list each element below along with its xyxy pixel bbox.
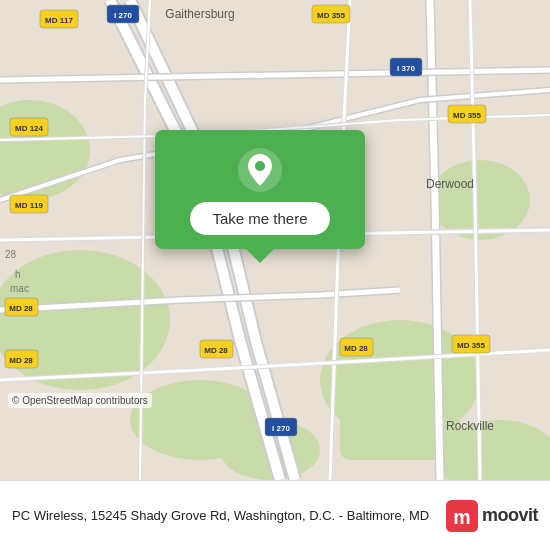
svg-text:MD 124: MD 124 <box>15 124 44 133</box>
map-view: MD 117 MD 124 MD 119 I 270 I 370 MD 355 … <box>0 0 550 480</box>
svg-point-42 <box>255 161 265 171</box>
svg-text:I 370: I 370 <box>397 64 415 73</box>
moovit-logo: m moovit <box>446 500 538 532</box>
svg-text:h: h <box>15 269 21 280</box>
svg-text:MD 355: MD 355 <box>317 11 346 20</box>
svg-text:MD 28: MD 28 <box>9 304 33 313</box>
svg-text:MD 117: MD 117 <box>45 16 74 25</box>
moovit-text: moovit <box>482 505 538 526</box>
location-text-area: PC Wireless, 15245 Shady Grove Rd, Washi… <box>12 506 446 525</box>
location-description: PC Wireless, 15245 Shady Grove Rd, Washi… <box>12 508 429 523</box>
svg-text:mac: mac <box>10 283 29 294</box>
svg-text:28: 28 <box>5 249 17 260</box>
moovit-logo-icon: m <box>446 500 478 532</box>
svg-text:MD 28: MD 28 <box>204 346 228 355</box>
osm-text: © OpenStreetMap contributors <box>12 395 148 406</box>
location-pin-icon <box>238 148 282 192</box>
svg-text:Derwood: Derwood <box>426 177 474 191</box>
svg-text:MD 355: MD 355 <box>453 111 482 120</box>
bottom-bar: PC Wireless, 15245 Shady Grove Rd, Washi… <box>0 480 550 550</box>
svg-text:MD 119: MD 119 <box>15 201 44 210</box>
take-me-there-button[interactable]: Take me there <box>190 202 329 235</box>
svg-text:Rockville: Rockville <box>446 419 494 433</box>
svg-text:I 270: I 270 <box>272 424 290 433</box>
osm-attribution: © OpenStreetMap contributors <box>8 393 152 408</box>
svg-text:MD 28: MD 28 <box>9 356 33 365</box>
svg-text:m: m <box>453 506 470 528</box>
location-popup: Take me there <box>155 130 365 249</box>
svg-text:Gaithersburg: Gaithersburg <box>165 7 234 21</box>
svg-text:I 270: I 270 <box>114 11 132 20</box>
svg-text:MD 355: MD 355 <box>457 341 486 350</box>
svg-text:MD 28: MD 28 <box>344 344 368 353</box>
